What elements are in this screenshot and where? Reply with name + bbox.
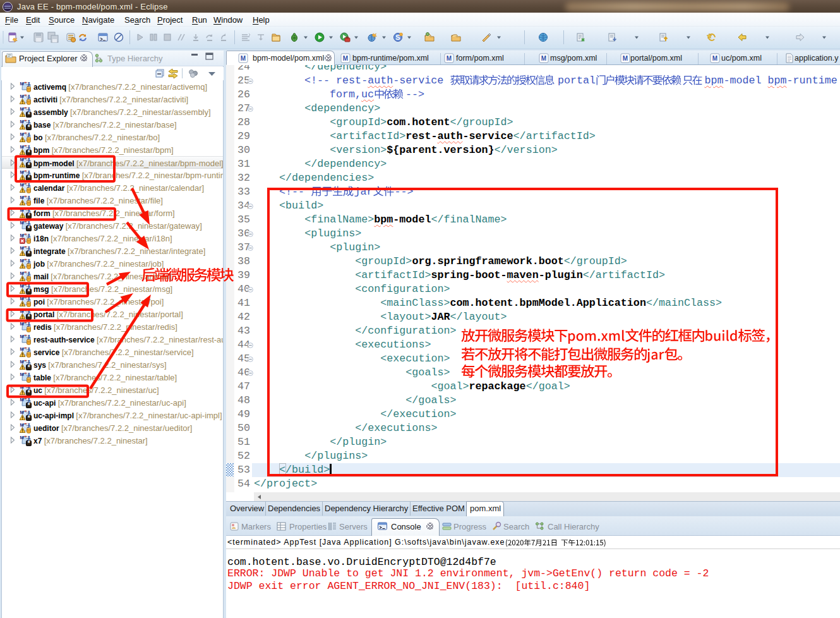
svg-text:M: M xyxy=(20,131,24,137)
svg-text:M: M xyxy=(20,81,24,87)
svg-text:*: * xyxy=(28,225,30,231)
svg-text:*: * xyxy=(28,250,30,257)
svg-text:*: * xyxy=(28,288,30,294)
svg-text:M: M xyxy=(20,435,24,440)
svg-text:M: M xyxy=(20,195,24,200)
svg-text:M: M xyxy=(20,384,24,390)
svg-text:M: M xyxy=(20,119,24,124)
svg-text:*: * xyxy=(28,124,30,130)
svg-text:M: M xyxy=(447,55,452,62)
svg-text:*: * xyxy=(28,174,30,181)
svg-text:M: M xyxy=(20,372,24,377)
svg-text:*: * xyxy=(28,162,30,168)
svg-text:M: M xyxy=(20,182,24,188)
svg-text:M: M xyxy=(343,55,348,62)
svg-text:M: M xyxy=(20,397,24,403)
svg-text:*: * xyxy=(28,313,30,320)
svg-text:M: M xyxy=(20,207,24,213)
svg-text:M: M xyxy=(20,258,24,264)
svg-text:M: M xyxy=(20,346,24,352)
svg-text:M: M xyxy=(20,220,24,226)
svg-text:M: M xyxy=(541,55,546,62)
svg-text:*: * xyxy=(28,212,30,219)
svg-text:M: M xyxy=(20,144,24,150)
svg-text:M: M xyxy=(712,55,717,62)
svg-text:M: M xyxy=(20,321,24,327)
svg-text:M: M xyxy=(20,94,24,99)
svg-text:*: * xyxy=(28,402,30,408)
svg-text:*: * xyxy=(28,364,30,370)
svg-text:M: M xyxy=(20,283,24,289)
svg-text:M: M xyxy=(20,359,24,365)
svg-text:M: M xyxy=(20,169,24,175)
svg-text:M: M xyxy=(20,270,24,276)
svg-text:*: * xyxy=(28,111,30,118)
svg-text:M: M xyxy=(20,106,24,112)
svg-text:M: M xyxy=(20,245,24,251)
svg-text:M: M xyxy=(20,422,24,428)
svg-text:M: M xyxy=(20,409,24,415)
svg-text:*: * xyxy=(28,389,30,396)
svg-text:*: * xyxy=(28,415,30,421)
svg-text:M: M xyxy=(241,55,246,62)
svg-text:*: * xyxy=(28,149,30,155)
svg-text:*: * xyxy=(28,440,30,446)
svg-text:M: M xyxy=(20,334,24,339)
svg-text:M: M xyxy=(623,55,628,62)
svg-text:M: M xyxy=(20,296,24,301)
svg-text:M: M xyxy=(20,308,24,314)
svg-text:M: M xyxy=(20,157,24,162)
svg-text:M: M xyxy=(20,233,24,238)
